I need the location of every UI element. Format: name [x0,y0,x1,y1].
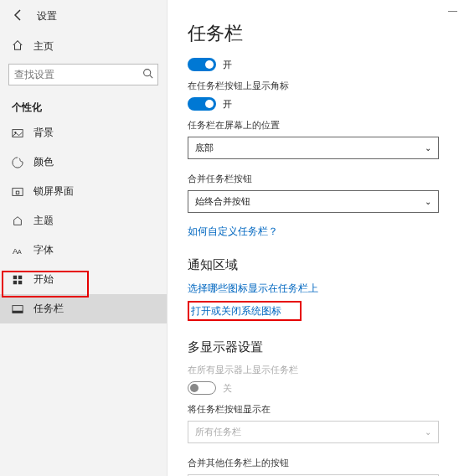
search-icon [142,68,153,81]
toggle-label: 关 [223,382,232,395]
toggle-label: 开 [223,98,232,111]
multi-desc: 在所有显示器上显示任务栏 [188,364,447,376]
home-icon [12,39,23,54]
sidebar-item-colors[interactable]: 颜色 [0,147,167,177]
sidebar-item-taskbar[interactable]: 任务栏 [0,294,167,323]
select-icons-link[interactable]: 选择哪些图标显示在任务栏上 [188,282,447,296]
multi-combine-label: 合并其他任务栏上的按钮 [188,457,447,469]
start-icon [12,274,23,286]
picture-icon [12,127,23,139]
chevron-down-icon: ⌄ [425,143,431,153]
sidebar-item-background[interactable]: 背景 [0,118,167,147]
fonts-icon: AA [12,245,23,256]
svg-line-1 [150,75,152,78]
multi-monitor-heading: 多显示器设置 [188,339,447,355]
svg-rect-5 [16,191,19,194]
customize-taskbar-link[interactable]: 如何自定义任务栏？ [188,225,447,239]
settings-title: 设置 [37,9,57,23]
nav-label: 颜色 [34,155,54,169]
svg-rect-11 [18,280,22,283]
nav-label: 任务栏 [34,302,64,316]
position-label: 任务栏在屏幕上的位置 [188,119,447,132]
showon-label: 将任务栏按钮显示在 [188,403,447,416]
themes-icon [12,215,23,227]
sidebar-item-lockscreen[interactable]: 锁屏界面 [0,177,167,206]
notification-area-heading: 通知区域 [188,257,447,273]
svg-text:A: A [18,248,22,254]
taskbar-icon [12,303,23,315]
sidebar-home[interactable]: 主页 [0,33,167,60]
svg-rect-9 [18,275,22,278]
nav-label: 开始 [34,272,54,287]
annotation-highlight-link: 打开或关闭系统图标 [188,301,302,321]
nav-label: 背景 [34,126,54,140]
lockscreen-icon [12,186,23,198]
svg-rect-13 [13,310,23,313]
combine-select[interactable]: 始终合并按钮 ⌄ [188,190,439,213]
chevron-down-icon: ⌄ [425,427,431,437]
system-icons-link[interactable]: 打开或关闭系统图标 [191,304,281,318]
position-select[interactable]: 底部 ⌄ [188,137,439,159]
back-icon[interactable] [12,8,25,24]
svg-rect-10 [13,280,17,283]
toggle-multi-monitor: 关 [188,381,447,395]
chevron-down-icon: ⌄ [425,197,431,206]
badge-description: 在任务栏按钮上显示角标 [188,80,447,92]
home-label: 主页 [34,39,54,54]
toggle-show-badges[interactable]: 开 [188,97,447,111]
palette-icon [12,157,23,168]
sidebar-item-themes[interactable]: 主题 [0,206,167,235]
svg-rect-8 [13,275,17,278]
toggle-label: 开 [223,59,232,71]
page-title: 任务栏 [188,21,447,46]
select-value: 始终合并按钮 [195,195,250,208]
svg-point-0 [144,70,151,76]
toggle-lock-taskbar[interactable]: 开 [188,58,447,71]
nav-label: 字体 [34,243,54,257]
sidebar-item-start[interactable]: 开始 [0,265,167,294]
section-personalization: 个性化 [0,94,167,118]
combine-label: 合并任务栏按钮 [188,173,447,185]
nav-label: 锁屏界面 [34,184,74,199]
sidebar-item-fonts[interactable]: AA 字体 [0,235,167,265]
showon-select: 所有任务栏 ⌄ [188,421,439,443]
nav-label: 主题 [34,214,54,228]
select-value: 底部 [195,142,214,154]
minimize-button[interactable]: — [448,5,457,15]
search-input[interactable] [8,64,158,85]
select-value: 所有任务栏 [195,426,241,438]
